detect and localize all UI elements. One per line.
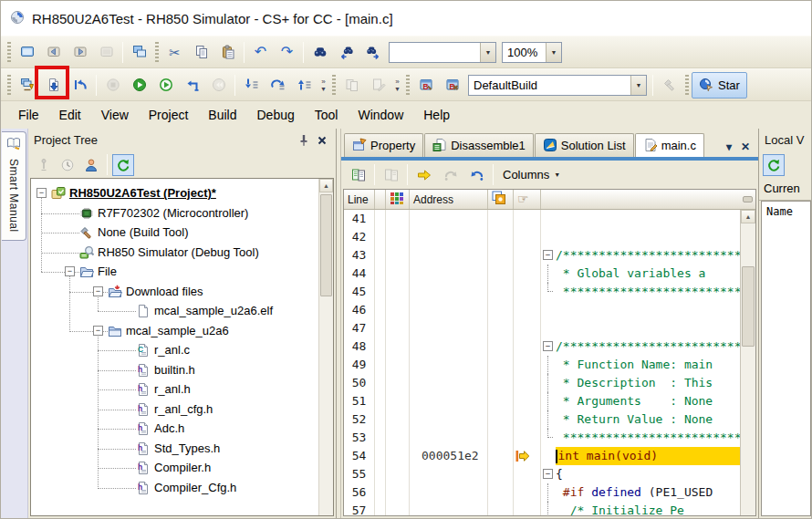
paste-button[interactable] (215, 40, 240, 65)
editor-pencil-button[interactable] (366, 73, 390, 98)
fold-gutter[interactable] (541, 319, 556, 337)
find-previous-button[interactable] (334, 40, 359, 65)
menu-view[interactable]: View (91, 103, 139, 127)
gutter-pc[interactable] (514, 447, 541, 465)
gutter-blank[interactable] (375, 319, 386, 337)
build-project-button[interactable]: B (413, 73, 438, 98)
time-filter-button[interactable] (57, 154, 78, 176)
gutter-coverage[interactable] (386, 502, 410, 515)
fold-collapse-icon[interactable]: − (543, 250, 553, 260)
tree-item-mcal-sample-u2a6-elf[interactable]: mcal_sample_u2a6.elf (31, 301, 318, 321)
gutter-blank[interactable] (375, 502, 386, 515)
tree-item-rh850-simulator-debug-tool[interactable]: RH850 Simulator (Debug Tool) (31, 243, 318, 263)
gutter-pc[interactable] (514, 410, 541, 429)
tree-item-r-anl-h[interactable]: hr_anl.h (31, 379, 318, 400)
gutter-coverage[interactable] (386, 228, 410, 246)
code-line-41[interactable]: 41 (344, 210, 755, 228)
gutter-coverage[interactable] (386, 447, 410, 465)
code-line-49[interactable]: 49 * Function Name: main (344, 356, 755, 374)
gutter-breakpoint[interactable] (488, 337, 514, 356)
fold-gutter[interactable]: − (541, 246, 556, 265)
tree-collapse-icon[interactable]: − (93, 326, 103, 336)
gutter-breakpoint[interactable] (488, 410, 514, 429)
fold-gutter[interactable] (541, 283, 556, 301)
smart-manual-tab[interactable]: Smart Manual (2, 131, 26, 241)
copy-button[interactable] (189, 40, 213, 65)
code-line-47[interactable]: 47 (344, 319, 755, 337)
code-text-cell[interactable]: −{ (541, 465, 755, 483)
code-line-55[interactable]: 55−{ (344, 465, 755, 483)
fold-gutter[interactable] (541, 301, 556, 319)
gutter-blank[interactable] (375, 301, 386, 319)
scrollbar-thumb[interactable] (742, 266, 755, 347)
gutter-coverage[interactable] (386, 265, 410, 283)
step-in-button[interactable] (239, 73, 264, 98)
forward-history-button[interactable] (438, 162, 463, 187)
gutter-breakpoint[interactable] (488, 392, 514, 410)
code-text-cell[interactable] (541, 228, 755, 246)
gutter-blank[interactable] (375, 265, 386, 283)
user-filter-button[interactable] (80, 154, 102, 176)
toolbar-grip[interactable] (7, 42, 11, 63)
fold-collapse-icon[interactable]: − (543, 341, 553, 351)
tree-item-r7f702302-microcontroller[interactable]: R7F702302 (Microcontroller) (31, 203, 318, 223)
tree-item-download-files[interactable]: −Download files (31, 282, 318, 302)
cpu-reset-button[interactable] (68, 73, 92, 98)
gutter-breakpoint[interactable] (488, 228, 514, 246)
new-panel-button[interactable] (15, 40, 39, 65)
step-return-button[interactable] (292, 73, 317, 98)
gutter-pc[interactable] (514, 392, 541, 410)
code-text-cell[interactable]: /* Initialize Pe (541, 502, 755, 515)
toolbar-grip[interactable] (406, 75, 410, 96)
tree-vertical-scrollbar[interactable]: ▲ (318, 179, 333, 515)
gutter-blank[interactable] (375, 410, 386, 429)
gutter-coverage[interactable] (386, 337, 410, 356)
chevron-down-icon[interactable]: ▼ (630, 76, 646, 95)
gutter-blank[interactable] (375, 283, 386, 301)
toolbar-grip[interactable] (155, 42, 159, 63)
fold-gutter[interactable] (541, 429, 556, 447)
tab-disassemble1[interactable]: Disassemble1 (424, 133, 534, 157)
zoom-combobox[interactable]: 100%▼ (502, 42, 562, 63)
toolbar-grip[interactable] (7, 75, 11, 96)
gutter-pc[interactable] (514, 429, 541, 447)
tab-property[interactable]: Property (344, 133, 423, 157)
gutter-coverage[interactable] (386, 465, 410, 483)
code-text-cell[interactable]: #if defined (PE1_USED (541, 483, 755, 502)
pin-icon[interactable] (296, 132, 312, 149)
fold-gutter[interactable]: − (541, 465, 556, 483)
back-history-button[interactable] (464, 162, 489, 187)
gutter-pc[interactable] (514, 374, 541, 392)
tree-collapse-icon[interactable]: − (36, 188, 47, 198)
gutter-blank[interactable] (375, 374, 386, 392)
tab-close-icon[interactable]: ✕ (736, 140, 755, 157)
code-text-cell[interactable]: −/************************************* (541, 337, 755, 356)
code-text-cell[interactable]: * Return Value : None (541, 410, 755, 429)
ignore-break-go-button[interactable] (153, 73, 178, 98)
gutter-breakpoint[interactable] (488, 319, 514, 337)
gutter-blank[interactable] (375, 483, 386, 502)
menu-debug[interactable]: Debug (247, 103, 305, 127)
code-line-44[interactable]: 44 * Global variables a (344, 265, 755, 283)
cut-button[interactable]: ✂ (162, 40, 187, 65)
gutter-pc[interactable] (514, 301, 541, 319)
chevron-down-icon[interactable]: ▼ (546, 43, 561, 62)
tree-item-compiler-cfg-h[interactable]: hCompiler_Cfg.h (31, 478, 318, 498)
tab-list-dropdown-icon[interactable]: ▾ (722, 140, 736, 157)
code-text-cell[interactable] (541, 210, 755, 228)
sort-button[interactable] (33, 154, 55, 176)
gutter-blank[interactable] (375, 337, 386, 356)
gutter-coverage[interactable] (386, 210, 410, 228)
gutter-pc[interactable] (514, 465, 541, 483)
code-text-cell[interactable] (541, 319, 755, 337)
code-rows[interactable]: 414243−/********************************… (344, 210, 755, 515)
code-text-cell[interactable]: int main(void) (541, 447, 755, 465)
step-over-button[interactable] (265, 73, 290, 98)
gutter-pc[interactable] (514, 356, 541, 374)
download-button[interactable] (41, 73, 66, 98)
editor-vertical-scrollbar[interactable]: ▲ (740, 210, 755, 515)
scrollbar-thumb[interactable] (320, 194, 332, 296)
gutter-coverage[interactable] (386, 246, 410, 265)
gutter-blank[interactable] (375, 465, 386, 483)
tab-solution-list[interactable]: Solution List (535, 133, 634, 157)
